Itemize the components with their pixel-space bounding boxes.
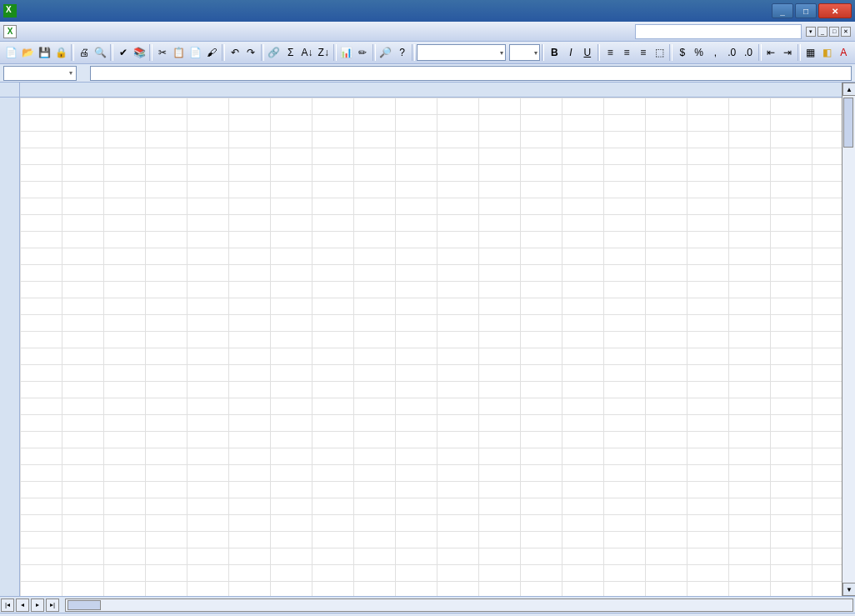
paste-button[interactable]: 📄 [188, 43, 203, 62]
tab-first-button[interactable]: |◂ [1, 598, 14, 612]
chart-button[interactable]: 📊 [339, 43, 354, 62]
standard-toolbar: 📄 📂 💾 🔒 🖨 🔍 ✔ 📚 ✂ 📋 📄 🖌 ↶ ↷ 🔗 Σ A↓ Z↓ 📊 … [0, 42, 855, 63]
status-bar [0, 613, 855, 616]
new-button[interactable]: 📄 [4, 43, 19, 62]
sort-desc-button[interactable]: Z↓ [316, 43, 331, 62]
decrease-indent-button[interactable]: ⇤ [764, 43, 779, 62]
copy-button[interactable]: 📋 [172, 43, 187, 62]
research-button[interactable]: 📚 [132, 43, 148, 62]
sheet-tab-bar: |◂ ◂ ▸ ▸| [0, 596, 855, 613]
minimize-button[interactable]: _ [772, 3, 793, 18]
currency-button[interactable]: $ [675, 43, 690, 62]
column-headers[interactable] [20, 83, 842, 98]
scroll-up-button[interactable]: ▲ [842, 83, 855, 96]
redo-button[interactable]: ↷ [244, 43, 259, 62]
comma-button[interactable]: , [708, 43, 723, 62]
maximize-button[interactable]: □ [795, 3, 817, 18]
hscroll-thumb[interactable] [68, 600, 101, 610]
sort-asc-button[interactable]: A↓ [300, 43, 315, 62]
cells-area[interactable] [20, 98, 842, 596]
document-icon[interactable]: X [3, 25, 17, 38]
font-color-button[interactable]: A [836, 43, 851, 62]
align-left-button[interactable]: ≡ [602, 43, 618, 62]
borders-button[interactable]: ▦ [803, 43, 818, 62]
formula-bar: ▾ [0, 64, 855, 83]
autosum-button[interactable]: Σ [283, 43, 298, 62]
drawing-button[interactable]: ✏ [356, 43, 371, 62]
tab-prev-button[interactable]: ◂ [16, 598, 29, 612]
row-headers[interactable] [0, 98, 20, 596]
spellcheck-button[interactable]: ✔ [116, 43, 131, 62]
decrease-decimal-button[interactable]: .0 [741, 43, 756, 62]
doc-minimize[interactable]: _ [818, 27, 828, 37]
horizontal-scrollbar[interactable] [65, 598, 853, 612]
preview-button[interactable]: 🔍 [93, 43, 108, 62]
cut-button[interactable]: ✂ [155, 43, 170, 62]
help-dropdown[interactable]: ▾ [806, 27, 816, 37]
italic-button[interactable]: I [563, 43, 578, 62]
title-bar: _ □ ✕ [0, 0, 855, 22]
vscroll-thumb[interactable] [843, 98, 853, 148]
formula-input[interactable] [90, 66, 852, 81]
doc-restore[interactable]: □ [829, 27, 839, 37]
tab-next-button[interactable]: ▸ [31, 598, 44, 612]
underline-button[interactable]: U [580, 43, 595, 62]
font-combo[interactable]: ▾ [417, 44, 506, 61]
help-button[interactable]: ? [395, 43, 410, 62]
tab-last-button[interactable]: ▸| [46, 598, 59, 612]
name-box[interactable]: ▾ [3, 66, 77, 81]
toolbar-area: 📄 📂 💾 🔒 🖨 🔍 ✔ 📚 ✂ 📋 📄 🖌 ↶ ↷ 🔗 Σ A↓ Z↓ 📊 … [0, 42, 855, 64]
save-button[interactable]: 💾 [38, 43, 52, 62]
format-painter-button[interactable]: 🖌 [204, 43, 219, 62]
fill-color-button[interactable]: ◧ [820, 43, 835, 62]
increase-indent-button[interactable]: ⇥ [780, 43, 795, 62]
select-all-corner[interactable] [0, 83, 20, 98]
help-search[interactable] [635, 24, 802, 39]
scroll-down-button[interactable]: ▼ [842, 583, 855, 596]
excel-icon [3, 4, 17, 18]
open-button[interactable]: 📂 [21, 43, 36, 62]
close-button[interactable]: ✕ [818, 3, 852, 18]
align-center-button[interactable]: ≡ [619, 43, 634, 62]
undo-button[interactable]: ↶ [228, 43, 242, 62]
bold-button[interactable]: B [547, 43, 562, 62]
permission-button[interactable]: 🔒 [53, 43, 68, 62]
fontsize-combo[interactable]: ▾ [509, 44, 540, 61]
percent-button[interactable]: % [692, 43, 707, 62]
align-right-button[interactable]: ≡ [636, 43, 651, 62]
doc-close[interactable]: ✕ [841, 27, 851, 37]
print-button[interactable]: 🖨 [77, 43, 92, 62]
spreadsheet-grid: ▲ ▼ [0, 83, 855, 596]
zoom-button[interactable]: 🔎 [378, 43, 393, 62]
increase-decimal-button[interactable]: .0 [724, 43, 739, 62]
vertical-scrollbar[interactable]: ▲ ▼ [842, 83, 855, 596]
menu-bar: X ▾ _ □ ✕ [0, 22, 855, 42]
merge-button[interactable]: ⬚ [652, 43, 668, 62]
hyperlink-button[interactable]: 🔗 [267, 43, 282, 62]
